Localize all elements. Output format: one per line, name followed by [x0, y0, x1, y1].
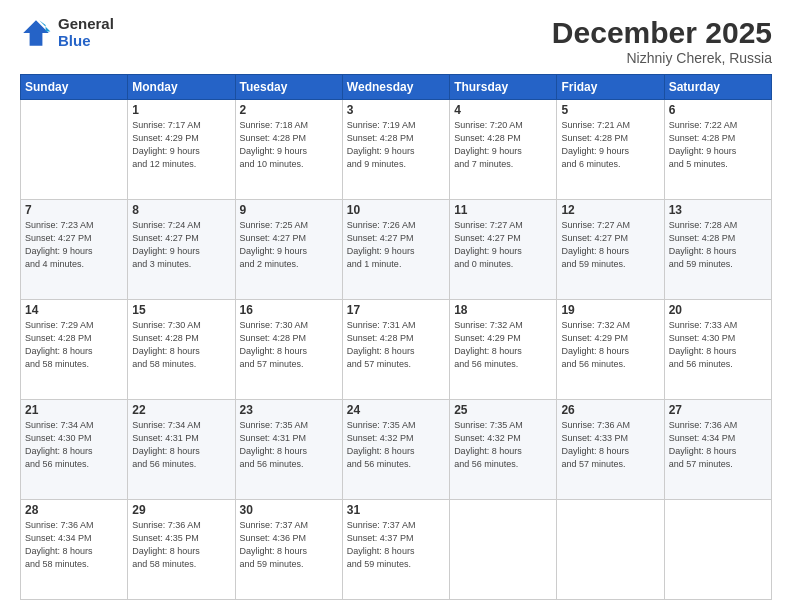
- calendar-cell: 31Sunrise: 7:37 AM Sunset: 4:37 PM Dayli…: [342, 500, 449, 600]
- day-info: Sunrise: 7:23 AM Sunset: 4:27 PM Dayligh…: [25, 219, 123, 271]
- logo-blue-text: Blue: [58, 33, 114, 50]
- day-info: Sunrise: 7:35 AM Sunset: 4:32 PM Dayligh…: [347, 419, 445, 471]
- calendar-cell: 15Sunrise: 7:30 AM Sunset: 4:28 PM Dayli…: [128, 300, 235, 400]
- calendar-cell: [557, 500, 664, 600]
- calendar-cell: 12Sunrise: 7:27 AM Sunset: 4:27 PM Dayli…: [557, 200, 664, 300]
- day-number: 1: [132, 103, 230, 117]
- day-info: Sunrise: 7:36 AM Sunset: 4:35 PM Dayligh…: [132, 519, 230, 571]
- calendar-week-3: 14Sunrise: 7:29 AM Sunset: 4:28 PM Dayli…: [21, 300, 772, 400]
- calendar-cell: 20Sunrise: 7:33 AM Sunset: 4:30 PM Dayli…: [664, 300, 771, 400]
- day-info: Sunrise: 7:32 AM Sunset: 4:29 PM Dayligh…: [454, 319, 552, 371]
- calendar-cell: 5Sunrise: 7:21 AM Sunset: 4:28 PM Daylig…: [557, 100, 664, 200]
- logo-text: General Blue: [58, 16, 114, 49]
- day-number: 15: [132, 303, 230, 317]
- calendar-cell: 1Sunrise: 7:17 AM Sunset: 4:29 PM Daylig…: [128, 100, 235, 200]
- day-info: Sunrise: 7:37 AM Sunset: 4:37 PM Dayligh…: [347, 519, 445, 571]
- day-info: Sunrise: 7:35 AM Sunset: 4:31 PM Dayligh…: [240, 419, 338, 471]
- calendar-cell: 7Sunrise: 7:23 AM Sunset: 4:27 PM Daylig…: [21, 200, 128, 300]
- calendar-cell: 24Sunrise: 7:35 AM Sunset: 4:32 PM Dayli…: [342, 400, 449, 500]
- calendar-header-wednesday: Wednesday: [342, 75, 449, 100]
- day-info: Sunrise: 7:31 AM Sunset: 4:28 PM Dayligh…: [347, 319, 445, 371]
- day-info: Sunrise: 7:30 AM Sunset: 4:28 PM Dayligh…: [132, 319, 230, 371]
- day-number: 10: [347, 203, 445, 217]
- day-info: Sunrise: 7:37 AM Sunset: 4:36 PM Dayligh…: [240, 519, 338, 571]
- day-info: Sunrise: 7:24 AM Sunset: 4:27 PM Dayligh…: [132, 219, 230, 271]
- calendar-header-monday: Monday: [128, 75, 235, 100]
- title-area: December 2025 Nizhniy Cherek, Russia: [552, 16, 772, 66]
- logo: General Blue: [20, 16, 114, 49]
- day-number: 19: [561, 303, 659, 317]
- calendar-header-tuesday: Tuesday: [235, 75, 342, 100]
- calendar-cell: [21, 100, 128, 200]
- logo-general-text: General: [58, 16, 114, 33]
- calendar-header-friday: Friday: [557, 75, 664, 100]
- day-number: 26: [561, 403, 659, 417]
- day-info: Sunrise: 7:36 AM Sunset: 4:34 PM Dayligh…: [669, 419, 767, 471]
- calendar-cell: 21Sunrise: 7:34 AM Sunset: 4:30 PM Dayli…: [21, 400, 128, 500]
- day-info: Sunrise: 7:36 AM Sunset: 4:34 PM Dayligh…: [25, 519, 123, 571]
- calendar-header-sunday: Sunday: [21, 75, 128, 100]
- calendar-cell: [450, 500, 557, 600]
- calendar-cell: 23Sunrise: 7:35 AM Sunset: 4:31 PM Dayli…: [235, 400, 342, 500]
- calendar-cell: 11Sunrise: 7:27 AM Sunset: 4:27 PM Dayli…: [450, 200, 557, 300]
- day-info: Sunrise: 7:34 AM Sunset: 4:30 PM Dayligh…: [25, 419, 123, 471]
- header: General Blue December 2025 Nizhniy Chere…: [20, 16, 772, 66]
- calendar-week-1: 1Sunrise: 7:17 AM Sunset: 4:29 PM Daylig…: [21, 100, 772, 200]
- page: General Blue December 2025 Nizhniy Chere…: [0, 0, 792, 612]
- day-info: Sunrise: 7:18 AM Sunset: 4:28 PM Dayligh…: [240, 119, 338, 171]
- day-number: 4: [454, 103, 552, 117]
- day-number: 28: [25, 503, 123, 517]
- month-title: December 2025: [552, 16, 772, 50]
- day-info: Sunrise: 7:17 AM Sunset: 4:29 PM Dayligh…: [132, 119, 230, 171]
- day-number: 12: [561, 203, 659, 217]
- calendar-cell: 17Sunrise: 7:31 AM Sunset: 4:28 PM Dayli…: [342, 300, 449, 400]
- day-number: 14: [25, 303, 123, 317]
- calendar-cell: 19Sunrise: 7:32 AM Sunset: 4:29 PM Dayli…: [557, 300, 664, 400]
- day-number: 30: [240, 503, 338, 517]
- day-number: 7: [25, 203, 123, 217]
- calendar-cell: 30Sunrise: 7:37 AM Sunset: 4:36 PM Dayli…: [235, 500, 342, 600]
- day-number: 6: [669, 103, 767, 117]
- logo-icon: [20, 17, 52, 49]
- calendar-cell: 8Sunrise: 7:24 AM Sunset: 4:27 PM Daylig…: [128, 200, 235, 300]
- day-info: Sunrise: 7:27 AM Sunset: 4:27 PM Dayligh…: [561, 219, 659, 271]
- calendar-cell: 28Sunrise: 7:36 AM Sunset: 4:34 PM Dayli…: [21, 500, 128, 600]
- calendar-header-thursday: Thursday: [450, 75, 557, 100]
- day-number: 18: [454, 303, 552, 317]
- svg-marker-0: [23, 20, 49, 46]
- day-info: Sunrise: 7:27 AM Sunset: 4:27 PM Dayligh…: [454, 219, 552, 271]
- day-info: Sunrise: 7:36 AM Sunset: 4:33 PM Dayligh…: [561, 419, 659, 471]
- day-info: Sunrise: 7:22 AM Sunset: 4:28 PM Dayligh…: [669, 119, 767, 171]
- day-number: 21: [25, 403, 123, 417]
- calendar-cell: 29Sunrise: 7:36 AM Sunset: 4:35 PM Dayli…: [128, 500, 235, 600]
- calendar-cell: 26Sunrise: 7:36 AM Sunset: 4:33 PM Dayli…: [557, 400, 664, 500]
- calendar-table: SundayMondayTuesdayWednesdayThursdayFrid…: [20, 74, 772, 600]
- calendar-cell: 9Sunrise: 7:25 AM Sunset: 4:27 PM Daylig…: [235, 200, 342, 300]
- calendar-cell: 3Sunrise: 7:19 AM Sunset: 4:28 PM Daylig…: [342, 100, 449, 200]
- calendar-cell: [664, 500, 771, 600]
- day-number: 8: [132, 203, 230, 217]
- day-number: 22: [132, 403, 230, 417]
- day-number: 31: [347, 503, 445, 517]
- day-number: 11: [454, 203, 552, 217]
- calendar-cell: 13Sunrise: 7:28 AM Sunset: 4:28 PM Dayli…: [664, 200, 771, 300]
- day-number: 2: [240, 103, 338, 117]
- day-number: 29: [132, 503, 230, 517]
- day-number: 27: [669, 403, 767, 417]
- calendar-cell: 6Sunrise: 7:22 AM Sunset: 4:28 PM Daylig…: [664, 100, 771, 200]
- calendar-week-5: 28Sunrise: 7:36 AM Sunset: 4:34 PM Dayli…: [21, 500, 772, 600]
- day-number: 3: [347, 103, 445, 117]
- day-info: Sunrise: 7:20 AM Sunset: 4:28 PM Dayligh…: [454, 119, 552, 171]
- day-number: 5: [561, 103, 659, 117]
- calendar-week-4: 21Sunrise: 7:34 AM Sunset: 4:30 PM Dayli…: [21, 400, 772, 500]
- calendar-header-row: SundayMondayTuesdayWednesdayThursdayFrid…: [21, 75, 772, 100]
- day-info: Sunrise: 7:29 AM Sunset: 4:28 PM Dayligh…: [25, 319, 123, 371]
- day-number: 13: [669, 203, 767, 217]
- calendar-cell: 14Sunrise: 7:29 AM Sunset: 4:28 PM Dayli…: [21, 300, 128, 400]
- day-info: Sunrise: 7:32 AM Sunset: 4:29 PM Dayligh…: [561, 319, 659, 371]
- day-number: 25: [454, 403, 552, 417]
- calendar-cell: 18Sunrise: 7:32 AM Sunset: 4:29 PM Dayli…: [450, 300, 557, 400]
- day-info: Sunrise: 7:34 AM Sunset: 4:31 PM Dayligh…: [132, 419, 230, 471]
- day-number: 23: [240, 403, 338, 417]
- day-number: 20: [669, 303, 767, 317]
